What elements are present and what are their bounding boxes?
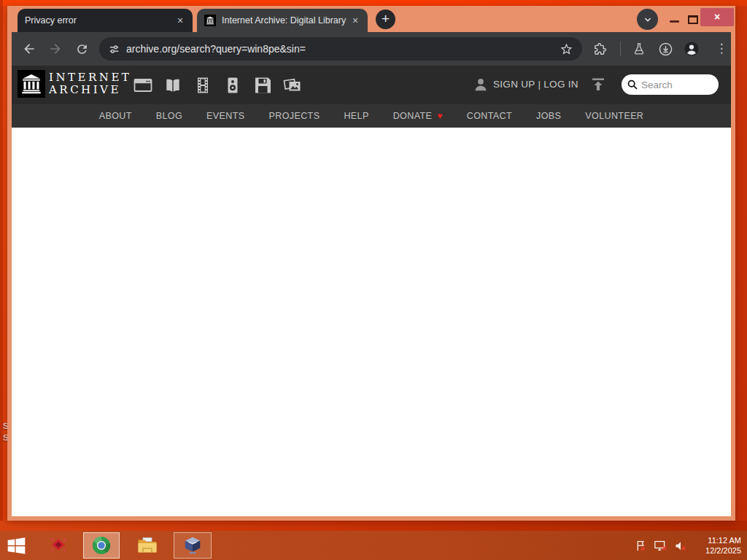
tab-close-icon[interactable]: × — [174, 14, 187, 27]
nav-item-volunteer[interactable]: VOLUNTEER — [585, 111, 643, 121]
red-box-app-icon — [48, 536, 69, 555]
close-window-button[interactable]: × — [700, 8, 734, 26]
nav-item-label: JOBS — [536, 111, 561, 121]
chevron-down-icon — [643, 15, 653, 25]
extensions-icon[interactable] — [591, 40, 608, 58]
profile-avatar-icon[interactable] — [683, 40, 700, 58]
start-button[interactable] — [0, 531, 32, 560]
nav-item-contact[interactable]: CONTACT — [467, 111, 512, 121]
desktop-top-stripe — [0, 0, 747, 6]
clock-date: 12/2/2025 — [705, 545, 741, 556]
donate-heart-icon: ♥ — [437, 111, 443, 121]
tab-title: Internet Archive: Digital Library — [222, 15, 349, 26]
taskbar-app-red-box[interactable] — [42, 531, 74, 560]
tab-strip: Privacy error × Internet Archive: Digita… — [7, 6, 735, 32]
toolbar-divider — [620, 42, 621, 56]
taskbar: 11:12 AM 12/2/2025 — [0, 531, 747, 560]
nav-item-label: EVENTS — [206, 111, 244, 121]
clock-time: 11:12 AM — [708, 535, 741, 545]
nav-item-events[interactable]: EVENTS — [206, 111, 244, 121]
taskbar-virtualbox-button[interactable] — [174, 532, 212, 559]
reload-button[interactable] — [73, 40, 90, 58]
archive-building-icon — [20, 73, 42, 95]
desktop-left-edge — [0, 0, 3, 560]
media-audio-icon[interactable] — [223, 76, 242, 95]
taskbar-clock[interactable]: 11:12 AM 12/2/2025 — [705, 531, 741, 560]
internet-archive-wordmark[interactable]: INTERNET ARCHIVE — [49, 71, 131, 96]
downloads-icon[interactable] — [657, 40, 674, 58]
wordmark-line2: ARCHIVE — [49, 84, 131, 96]
windows-logo-icon — [7, 536, 26, 556]
system-tray — [635, 531, 687, 560]
site-search — [622, 74, 719, 95]
virtualbox-icon — [182, 535, 203, 556]
upload-icon[interactable] — [589, 76, 607, 96]
ia-nav: ABOUTBLOGEVENTSPROJECTSHELPDONATE♥CONTAC… — [12, 104, 731, 128]
maximize-button[interactable] — [688, 15, 698, 24]
nav-item-blog[interactable]: BLOG — [156, 111, 182, 121]
file-explorer-icon — [136, 536, 158, 555]
signup-login-link[interactable]: SIGN UP | LOG IN — [493, 79, 578, 90]
blank-page-body — [12, 128, 731, 516]
media-software-icon[interactable] — [253, 76, 272, 95]
nav-item-about[interactable]: ABOUT — [99, 111, 132, 121]
chromium-icon — [91, 535, 112, 556]
network-status-icon[interactable] — [654, 540, 667, 552]
site-settings-icon[interactable] — [108, 43, 120, 55]
nav-item-label: HELP — [344, 111, 368, 121]
url-text[interactable]: archive.org/search?query=win8pe&sin= — [126, 43, 560, 55]
nav-item-donate[interactable]: DONATE♥ — [393, 111, 443, 121]
back-button[interactable] — [20, 40, 38, 58]
media-images-icon[interactable] — [283, 76, 302, 95]
nav-item-label: VOLUNTEER — [585, 111, 643, 121]
search-icon — [627, 79, 638, 93]
internet-archive-favicon — [204, 15, 216, 26]
nav-item-label: DONATE — [393, 111, 433, 121]
action-center-flag-icon[interactable] — [635, 540, 647, 552]
browser-window: Privacy error × Internet Archive: Digita… — [7, 6, 735, 521]
forward-button[interactable] — [47, 40, 64, 58]
nav-item-label: CONTACT — [467, 111, 512, 121]
web-content: INTERNET ARCHIVE — [12, 66, 731, 516]
tab-close-icon[interactable]: × — [349, 14, 362, 27]
tab-privacy-error[interactable]: Privacy error × — [18, 9, 193, 32]
account-person-icon[interactable] — [473, 77, 489, 96]
nav-item-help[interactable]: HELP — [344, 111, 368, 121]
media-texts-icon[interactable] — [163, 76, 182, 95]
browser-toolbar: archive.org/search?query=win8pe&sin= — [12, 32, 731, 66]
new-tab-button[interactable]: + — [376, 9, 395, 29]
media-web-icon[interactable] — [133, 76, 152, 95]
media-type-row — [133, 76, 302, 95]
internet-archive-logo[interactable] — [18, 70, 45, 98]
nav-item-projects[interactable]: PROJECTS — [269, 111, 320, 121]
nav-item-jobs[interactable]: JOBS — [536, 111, 561, 121]
nav-item-label: ABOUT — [99, 111, 132, 121]
volume-muted-icon[interactable] — [674, 540, 687, 552]
tab-internet-archive[interactable]: Internet Archive: Digital Library × — [197, 9, 368, 32]
taskbar-chrome-button[interactable] — [83, 532, 120, 559]
internet-archive-header: INTERNET ARCHIVE — [12, 66, 731, 104]
wordmark-line1: INTERNET — [49, 71, 131, 84]
nav-item-label: PROJECTS — [269, 111, 320, 121]
bookmark-star-icon[interactable] — [560, 42, 573, 56]
minimize-button[interactable] — [670, 20, 679, 23]
media-video-icon[interactable] — [193, 76, 212, 95]
tab-title: Privacy error — [25, 15, 174, 26]
tab-search-button[interactable] — [637, 9, 658, 30]
desktop-bottom-band — [0, 521, 747, 531]
nav-item-label: BLOG — [156, 111, 182, 121]
experiments-flask-icon[interactable] — [630, 40, 648, 58]
taskbar-explorer-button[interactable] — [131, 531, 163, 560]
browser-menu-icon[interactable]: ⋮ — [713, 40, 730, 58]
address-bar[interactable]: archive.org/search?query=win8pe&sin= — [99, 37, 582, 61]
